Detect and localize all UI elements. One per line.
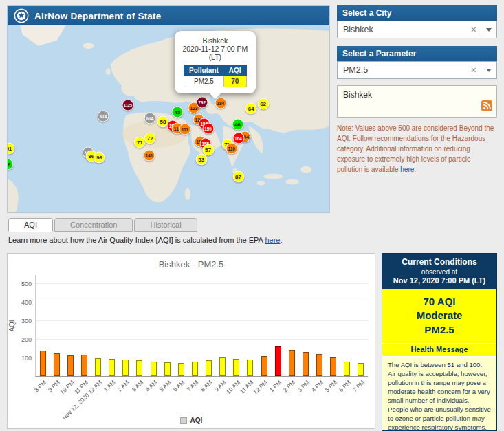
aqi-marker[interactable]: 792 xyxy=(196,96,208,108)
aqi-bar[interactable] xyxy=(122,360,129,376)
aqi-bar[interactable] xyxy=(192,362,198,376)
bar-cell: 9 PM xyxy=(50,275,63,376)
city-clear-icon[interactable]: × xyxy=(467,24,481,35)
aqi-bar[interactable] xyxy=(109,359,115,376)
bar-cell: 8 AM xyxy=(202,275,216,376)
city-select[interactable]: Bishkek × xyxy=(337,21,497,38)
learn-suffix: . xyxy=(280,236,282,244)
aqi-summary: 70 AQI Moderate PM2.5 xyxy=(382,289,496,344)
bar-cell: 4 AM xyxy=(146,275,160,376)
aqi-marker[interactable]: 64 xyxy=(245,102,257,114)
city-chevron-down-icon[interactable] xyxy=(481,28,496,32)
tab-concentration[interactable]: Concentration xyxy=(54,218,133,232)
bar-cell: 5 PM xyxy=(327,275,340,376)
aqi-marker[interactable]: N/A xyxy=(98,110,109,122)
parameter-select-value: PM2.5 xyxy=(343,65,467,75)
bar-cell: 2 PM xyxy=(285,275,298,376)
aqi-marker[interactable]: 110 xyxy=(226,142,237,154)
aqi-pollutant: PM2.5 xyxy=(385,323,494,337)
aqi-bar[interactable] xyxy=(206,360,212,376)
bar-cell: Nov 12, 2020 12 AM xyxy=(91,275,105,376)
tab-aqi[interactable]: AQI xyxy=(8,218,53,232)
aqi-bar[interactable] xyxy=(233,359,239,376)
tab-bar: AQI Concentration Historical xyxy=(8,218,197,232)
aqi-bar[interactable] xyxy=(54,353,60,376)
aqi-bar[interactable] xyxy=(40,351,46,376)
legend-label: AQI xyxy=(190,417,203,424)
bar-cell: 2 AM xyxy=(119,275,133,376)
aqi-bar[interactable] xyxy=(164,362,171,376)
aqi-bar[interactable] xyxy=(151,362,157,376)
aqi-bar[interactable] xyxy=(303,352,309,376)
aqi-marker[interactable]: 1125 xyxy=(122,99,134,111)
parameter-clear-icon[interactable]: × xyxy=(467,65,481,76)
aqi-bar[interactable] xyxy=(219,357,226,376)
popup-tail xyxy=(210,93,221,99)
aqi-category: Moderate xyxy=(385,309,494,322)
aqi-marker[interactable]: 87 xyxy=(232,170,244,182)
bar-cell: 3 PM xyxy=(298,275,312,376)
conditions-datetime: Nov 12, 2020 7:00 PM (LT) xyxy=(385,276,494,285)
popup-col-pollutant: Pollutant xyxy=(184,65,224,76)
aqi-bar[interactable] xyxy=(81,355,87,376)
popup-pollutant-value: PM2.5 xyxy=(184,76,224,87)
tab-historical[interactable]: Historical xyxy=(134,218,197,232)
aqi-bar[interactable] xyxy=(67,355,74,376)
city-select-value: Bishkek xyxy=(343,25,467,34)
bar-cell: 12 PM xyxy=(257,275,271,376)
bar-cell: 7 PM xyxy=(354,275,368,376)
parameter-select[interactable]: PM2.5 × xyxy=(337,61,497,79)
aqi-marker[interactable]: 141 xyxy=(143,150,155,162)
bar-cell: 1 AM xyxy=(105,275,119,376)
bar-cell: 6 AM xyxy=(174,275,188,376)
aqi-marker[interactable]: 72 xyxy=(144,133,156,144)
aqi-marker[interactable]: 62 xyxy=(257,98,269,109)
page: AirNow Department of State xyxy=(0,0,504,431)
aqi-marker[interactable]: 45 xyxy=(172,106,184,118)
aqi-value: 70 AQI xyxy=(385,295,494,309)
aqi-bar[interactable] xyxy=(316,354,322,376)
select-parameter-header: Select a Parameter xyxy=(337,46,497,61)
aqi-bar[interactable] xyxy=(289,350,295,376)
legend-swatch xyxy=(180,417,187,424)
aqi-marker[interactable]: 159 xyxy=(202,123,214,135)
aqi-bar[interactable] xyxy=(275,346,281,376)
aqi-bar[interactable] xyxy=(178,363,184,376)
aqi-marker[interactable]: 96 xyxy=(94,151,105,163)
beyond-aqi-note: Note: Values above 500 are considered Be… xyxy=(337,123,497,175)
y-tick-label: 200 xyxy=(21,336,32,343)
popup-timezone: (LT) xyxy=(179,53,252,61)
aqi-marker[interactable]: 164 xyxy=(232,133,244,144)
app-header: AirNow Department of State xyxy=(8,6,329,25)
state-department-seal-icon xyxy=(14,8,29,23)
conditions-header: Current Conditions observed at Nov 12, 2… xyxy=(382,254,496,289)
epa-here-link[interactable]: here xyxy=(265,236,280,244)
y-tick-label: 100 xyxy=(21,355,32,362)
map-panel: AirNow Department of State xyxy=(7,5,330,213)
aqi-bar[interactable] xyxy=(344,362,350,376)
bar-cell: 1 PM xyxy=(271,275,285,376)
chart-panel: Bishkek - PM2.5 AQI 100200300400500 8 PM… xyxy=(7,253,375,429)
chart-plot: 8 PM9 PM10 PM11 PMNov 12, 2020 12 AM1 AM… xyxy=(35,275,368,377)
aqi-bar[interactable] xyxy=(261,356,267,376)
feed-city-label: Bishkek xyxy=(343,90,372,100)
map-canvas[interactable]: Bishkek 2020-11-12 7:00 PM (LT) Pollutan… xyxy=(8,25,329,212)
aqi-bar[interactable] xyxy=(358,363,364,376)
aqi-bar[interactable] xyxy=(95,358,101,376)
parameter-chevron-down-icon[interactable] xyxy=(481,69,496,72)
aqi-marker[interactable]: 53 xyxy=(195,153,207,165)
popup-aqi-value: 70 xyxy=(223,76,246,87)
map-popup: Bishkek 2020-11-12 7:00 PM (LT) Pollutan… xyxy=(175,31,256,93)
note-here-link[interactable]: here xyxy=(400,166,414,173)
health-message-header: Health Message xyxy=(382,344,496,357)
aqi-bar[interactable] xyxy=(247,360,253,376)
aqi-marker[interactable]: N/A xyxy=(144,113,156,124)
aqi-marker[interactable]: 111 xyxy=(179,124,190,135)
rss-icon[interactable] xyxy=(481,100,492,113)
chart-y-axis: AQI 100200300400500 xyxy=(10,275,35,377)
chart-body: AQI 100200300400500 8 PM9 PM10 PM11 PMNo… xyxy=(8,275,375,377)
aqi-marker[interactable]: 46 xyxy=(232,119,243,131)
bar-cell: 11 AM xyxy=(243,275,257,376)
aqi-bar[interactable] xyxy=(330,357,336,376)
aqi-bar[interactable] xyxy=(136,360,142,376)
